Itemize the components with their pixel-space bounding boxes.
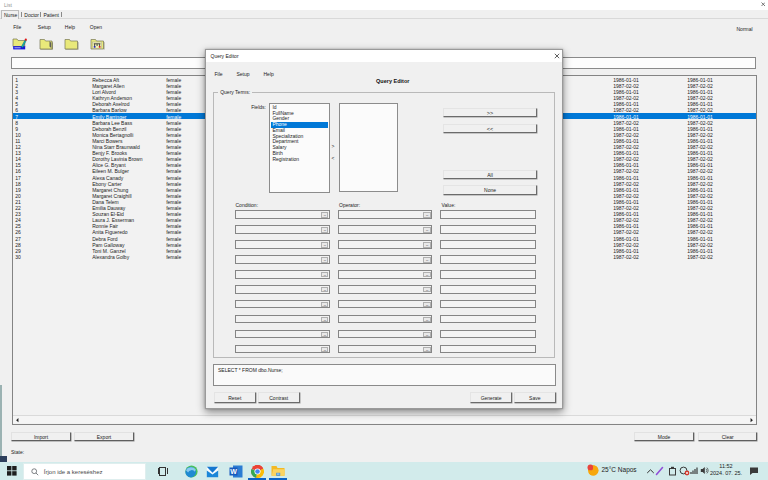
svg-text:W: W (230, 468, 237, 475)
